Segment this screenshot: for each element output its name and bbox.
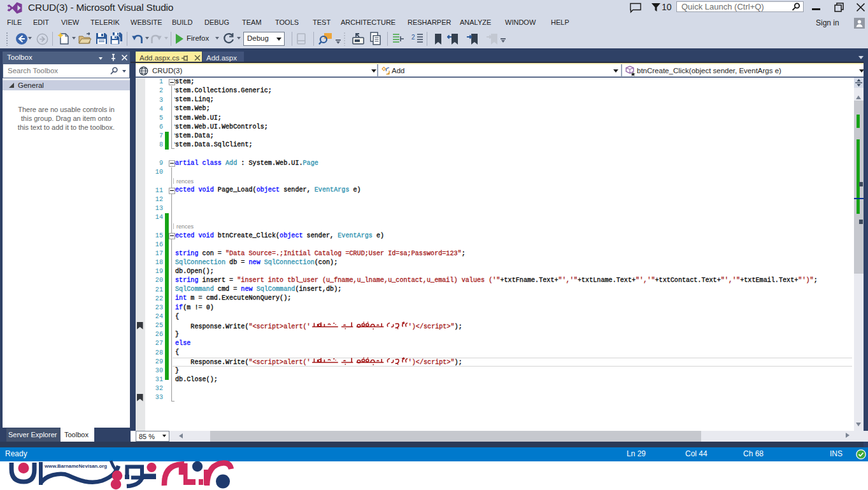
svg-text:www.BarnameNevisan.org: www.BarnameNevisan.org [44, 463, 107, 469]
svg-text:2: 2 [411, 34, 415, 41]
